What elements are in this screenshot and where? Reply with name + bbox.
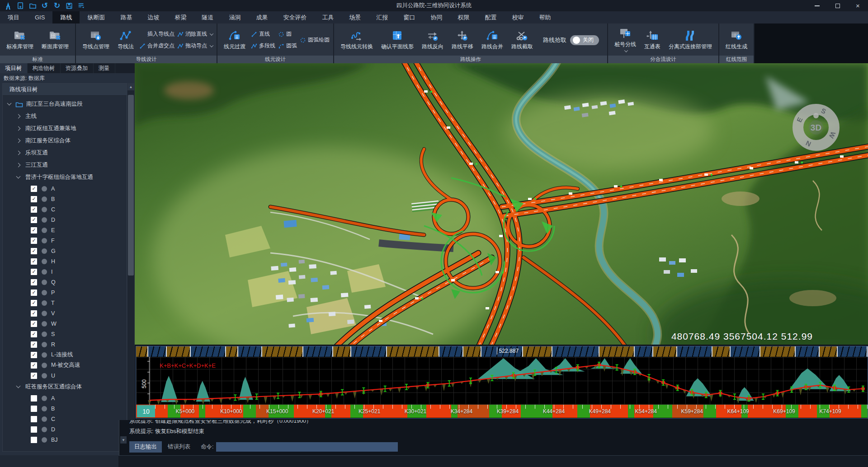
tree-layer-I[interactable]: ✓I <box>3 266 127 277</box>
layer-checkbox[interactable]: ✓ <box>31 331 37 337</box>
traverse-method-button[interactable]: 导线法 <box>115 29 137 51</box>
layer-checkbox[interactable]: ✓ <box>31 217 37 223</box>
chevron-expanded-icon[interactable] <box>16 174 21 179</box>
chevron-down-icon[interactable] <box>210 43 213 47</box>
layer-checkbox[interactable]: ✓ <box>31 248 37 254</box>
undo-icon[interactable]: ↺ <box>40 1 49 10</box>
sidebar-tab-项目树[interactable]: 项目树 <box>0 63 28 73</box>
layer-checkbox[interactable] <box>31 406 37 412</box>
merge-virtual-intersection-button[interactable]: 合并虚交点 <box>139 41 175 51</box>
tree-layer-V[interactable]: ✓V <box>3 308 127 318</box>
tree-layer-T[interactable]: ✓T <box>3 298 127 308</box>
circle-button[interactable]: 圆 <box>278 29 297 39</box>
tree-layer-D[interactable]: D <box>3 424 127 434</box>
maximize-button[interactable] <box>827 0 848 11</box>
menu-tab-GIS[interactable]: GIS <box>27 11 52 23</box>
chevron-down-icon[interactable] <box>624 48 627 52</box>
menu-tab-隧道[interactable]: 隧道 <box>194 11 221 23</box>
tree-layer-P[interactable]: ✓P <box>3 287 127 298</box>
route-pick-toggle[interactable]: 路线拾取关闭 <box>538 35 604 45</box>
drag-point-button[interactable]: 拖动导点 <box>177 41 213 51</box>
tree-layer-C[interactable]: C <box>3 414 127 424</box>
confirm-plan-alignment-button[interactable]: 确认平面线形 <box>378 29 416 51</box>
menu-tab-工具[interactable]: 工具 <box>314 11 341 23</box>
layer-checkbox[interactable] <box>31 437 37 443</box>
tree-scrollbar-thumb[interactable] <box>128 95 134 276</box>
chevron-down-icon[interactable] <box>210 32 213 35</box>
layer-checkbox[interactable]: ✓ <box>31 300 37 306</box>
menu-tab-桥梁[interactable]: 桥梁 <box>167 11 194 23</box>
minimize-button[interactable] <box>807 0 827 11</box>
traverse-point-manage-button[interactable]: 导线点管理 <box>80 29 112 51</box>
menu-tab-成果[interactable]: 成果 <box>248 11 275 23</box>
layer-checkbox[interactable]: ✓ <box>31 321 37 327</box>
menu-tab-涵洞[interactable]: 涵洞 <box>221 11 248 23</box>
sidebar-tab-测量[interactable]: 测量 <box>94 63 115 73</box>
menu-tab-权限[interactable]: 权限 <box>450 11 477 23</box>
tree-layer-BJ[interactable]: BJ <box>3 434 127 445</box>
redo-icon[interactable]: ↻ <box>52 1 61 10</box>
open-file-icon[interactable] <box>28 1 37 10</box>
layer-checkbox[interactable] <box>31 416 37 422</box>
route-clip-button[interactable]: 路线截取 <box>509 29 536 51</box>
arc-button[interactable]: 圆弧 <box>278 41 297 51</box>
tree-layer-U[interactable]: ✓U <box>3 370 127 381</box>
tree-layer-G[interactable]: ✓G <box>3 246 127 256</box>
menu-tab-帮助[interactable]: 帮助 <box>531 11 558 23</box>
viewport-3d[interactable]: N E S W 3D 480768.49 3567504.12 512.99 4… <box>135 63 868 345</box>
route-reverse-button[interactable]: 路线反向 <box>419 29 446 51</box>
tree-node-南江枢纽互通兼落地[interactable]: 南江枢纽互通兼落地 <box>3 122 127 135</box>
tree-layer-C[interactable]: ✓C <box>3 204 127 215</box>
tree-layer-S[interactable]: ✓S <box>3 329 127 339</box>
menu-tab-项目[interactable]: 项目 <box>0 11 27 23</box>
menu-tab-协同[interactable]: 协同 <box>423 11 450 23</box>
tree-layer-A[interactable]: A <box>3 393 127 403</box>
tree-layer-L-连接线[interactable]: ✓L-连接线 <box>3 350 127 360</box>
chevron-collapsed-icon[interactable] <box>16 151 21 155</box>
tree-layer-M-被交高速[interactable]: ✓M-被交高速 <box>3 360 127 370</box>
route-pick-switch[interactable]: 关闭 <box>570 35 599 45</box>
tree-layer-B[interactable]: B <box>3 403 127 414</box>
log-scroll-down-icon[interactable]: ▼ <box>120 436 127 444</box>
menu-tab-边坡[interactable]: 边坡 <box>140 11 167 23</box>
traverse-element-convert-button[interactable]: 导线线元转换 <box>338 29 376 51</box>
tree-node-三江互通[interactable]: 三江互通 <box>3 159 127 171</box>
chevron-collapsed-icon[interactable] <box>16 126 21 131</box>
tree-scrollbar[interactable]: ▲ ▼ <box>127 83 134 452</box>
tree-layer-B[interactable]: ✓B <box>3 194 127 204</box>
tree-node-南江服务区综合体[interactable]: 南江服务区综合体 <box>3 135 127 147</box>
tree-layer-H[interactable]: ✓H <box>3 256 127 266</box>
close-button[interactable]: × <box>848 0 868 11</box>
straight-line-button[interactable]: 直线 <box>251 29 275 39</box>
layer-checkbox[interactable]: ✓ <box>31 310 37 317</box>
arc-draw-circle-button[interactable]: 圆弧绘圆 <box>300 35 330 45</box>
chevron-collapsed-icon[interactable] <box>16 163 21 168</box>
batch-list-icon[interactable] <box>77 1 86 10</box>
menu-tab-场景[interactable]: 场景 <box>341 11 368 23</box>
compass-3d[interactable]: N E S W 3D <box>795 107 837 148</box>
polyline-button[interactable]: 多段线 <box>251 41 275 51</box>
chevron-collapsed-icon[interactable] <box>16 139 21 143</box>
layer-checkbox[interactable]: ✓ <box>31 196 37 202</box>
layer-checkbox[interactable] <box>31 395 37 402</box>
tab-log-output[interactable]: 日志输出 <box>129 441 162 453</box>
element-transition-button[interactable]: 线元过渡 <box>221 29 248 51</box>
layer-checkbox[interactable]: ✓ <box>31 238 37 244</box>
menu-tab-汇报[interactable]: 汇报 <box>368 11 396 23</box>
menu-tab-安全评价[interactable]: 安全评价 <box>275 11 314 23</box>
standard-lib-manage-button[interactable]: S标准库管理 <box>4 29 36 51</box>
separated-connection-manage-button[interactable]: 分离式连接部管理 <box>666 29 715 51</box>
layer-checkbox[interactable]: ✓ <box>31 352 37 358</box>
tree-layer-R[interactable]: ✓R <box>3 339 127 350</box>
menu-tab-校审[interactable]: 校审 <box>504 11 531 23</box>
layer-checkbox[interactable]: ✓ <box>31 373 37 379</box>
tree-layer-F[interactable]: ✓F <box>3 235 127 246</box>
tree-layer-A[interactable]: ✓A <box>3 183 127 194</box>
chevron-expanded-icon[interactable] <box>7 101 12 106</box>
tree-node-南江至三台高速南盐段[interactable]: 南江至三台高速南盐段 <box>3 98 127 110</box>
section-lib-manage-button[interactable]: 断面库管理 <box>39 29 71 51</box>
tree-layer-D[interactable]: ✓D <box>3 215 127 225</box>
layer-checkbox[interactable]: ✓ <box>31 227 37 234</box>
route-merge-button[interactable]: 路线合并 <box>479 29 506 51</box>
scroll-up-icon[interactable]: ▲ <box>127 83 134 90</box>
